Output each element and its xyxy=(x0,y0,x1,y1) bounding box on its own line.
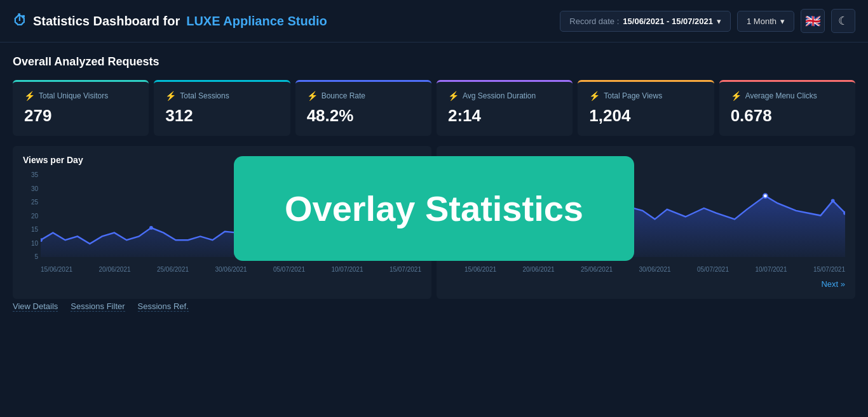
stat-cards-row: ⚡ Total Unique Visitors 279 ⚡ Total Sess… xyxy=(13,80,855,136)
stat-card-value: 48.2% xyxy=(307,106,420,126)
header: ⏱ Statistics Dashboard for LUXE Applianc… xyxy=(0,0,868,43)
section-title: Overall Analyzed Requests xyxy=(13,55,855,69)
title-prefix: Statistics Dashboard for xyxy=(33,14,180,29)
svg-point-5 xyxy=(395,200,398,204)
svg-marker-0 xyxy=(41,202,421,257)
svg-point-2 xyxy=(149,226,153,230)
bottom-nav-link[interactable]: Sessions Filter xyxy=(71,301,125,312)
x-axis-left: 15/06/2021 20/06/2021 25/06/2021 30/06/2… xyxy=(41,266,421,273)
stat-card-label-text: Average Menu Clicks xyxy=(745,91,817,100)
pulse-icon: ⚡ xyxy=(448,91,459,101)
stat-card-card3: ⚡ Bounce Rate 48.2% xyxy=(295,80,431,136)
pulse-icon: ⚡ xyxy=(24,91,35,101)
svg-point-4 xyxy=(333,206,337,211)
pulse-icon: ⚡ xyxy=(307,91,318,101)
stat-card-value: 312 xyxy=(165,106,278,126)
stat-card-label: ⚡ Total Page Views xyxy=(589,91,702,101)
flag-icon: 🇬🇧 xyxy=(805,13,821,29)
chart-title-right: Views per Day xyxy=(447,155,845,165)
next-button[interactable]: Next » xyxy=(821,279,845,289)
chart-views-per-day-right: Views per Day 16 14 12 10 8 6 4 2 xyxy=(437,146,855,299)
chart-svg-right xyxy=(465,171,845,257)
stat-card-label: ⚡ Average Menu Clicks xyxy=(731,91,844,101)
stat-card-value: 2:14 xyxy=(448,106,561,126)
svg-point-12 xyxy=(831,199,835,202)
pulse-icon: ⚡ xyxy=(165,91,176,101)
pulse-icon: ⚡ xyxy=(731,91,742,101)
bottom-links-left: View DetailsSessions FilterSessions Ref. xyxy=(13,301,431,312)
chevron-down-icon: ▾ xyxy=(717,17,721,26)
stat-card-card5: ⚡ Total Page Views 1,204 xyxy=(578,80,714,136)
moon-icon: ☾ xyxy=(838,14,848,28)
bottom-nav-link[interactable]: Sessions Ref. xyxy=(138,301,189,312)
record-date-label: Record date : xyxy=(569,17,619,26)
dark-mode-button[interactable]: ☾ xyxy=(831,9,855,33)
pulse-icon: ⚡ xyxy=(589,91,600,101)
y-axis-left: 35 30 25 20 15 10 5 xyxy=(23,171,41,260)
stat-card-card2: ⚡ Total Sessions 312 xyxy=(154,80,290,136)
stat-card-value: 1,204 xyxy=(589,106,702,126)
stat-card-value: 0.678 xyxy=(731,106,844,126)
chart-area-left: 35 30 25 20 15 10 5 xyxy=(23,171,421,273)
record-date-value: 15/06/2021 - 15/07/2021 xyxy=(623,17,713,26)
month-selector-button[interactable]: 1 Month ▾ xyxy=(737,11,794,32)
stat-card-total-unique-visitors: ⚡ Total Unique Visitors 279 xyxy=(13,80,149,136)
stat-card-label-text: Total Page Views xyxy=(604,91,662,100)
next-label: Next » xyxy=(821,279,845,289)
stat-card-label: ⚡ Bounce Rate xyxy=(307,91,420,101)
svg-point-9 xyxy=(548,205,552,209)
charts-row: Views per Day 35 30 25 20 15 10 5 xyxy=(13,146,855,299)
y-axis-right: 16 14 12 10 8 6 4 2 xyxy=(447,171,465,260)
stat-card-value: 279 xyxy=(24,106,137,126)
brand-name: LUXE Appliance Studio xyxy=(186,14,327,29)
record-date-button[interactable]: Record date : 15/06/2021 - 15/07/2021 ▾ xyxy=(560,11,731,32)
chart-views-per-day-left: Views per Day 35 30 25 20 15 10 5 xyxy=(13,146,431,299)
stat-card-average-menu-clicks: ⚡ Average Menu Clicks 0.678 xyxy=(719,80,855,136)
bottom-nav-link[interactable]: View Details xyxy=(13,301,58,312)
stat-card-label-text: Total Unique Visitors xyxy=(39,91,108,100)
stat-card-label-text: Total Sessions xyxy=(180,91,229,100)
main-content: Overall Analyzed Requests ⚡ Total Unique… xyxy=(0,43,868,312)
stat-card-label: ⚡ Total Sessions xyxy=(165,91,278,101)
stat-card-card4: ⚡ Avg Session Duration 2:14 xyxy=(437,80,573,136)
chart-svg-left xyxy=(41,171,421,257)
svg-point-11 xyxy=(763,194,768,198)
bottom-nav-links: View DetailsSessions FilterSessions Ref. xyxy=(13,301,431,312)
month-label: 1 Month xyxy=(747,17,776,26)
chart-area-right: 16 14 12 10 8 6 4 2 xyxy=(447,171,845,273)
bottom-nav-right: Next » xyxy=(447,273,845,293)
bottom-links-row: View DetailsSessions FilterSessions Ref. xyxy=(13,301,855,312)
language-button[interactable]: 🇬🇧 xyxy=(801,9,825,33)
chart-title-left: Views per Day xyxy=(23,155,421,165)
svg-point-10 xyxy=(622,204,626,208)
chevron-down-icon: ▾ xyxy=(780,17,785,26)
stat-card-label-text: Avg Session Duration xyxy=(463,91,536,100)
stat-card-label: ⚡ Total Unique Visitors xyxy=(24,91,137,101)
header-title: ⏱ Statistics Dashboard for LUXE Applianc… xyxy=(13,13,560,29)
svg-marker-7 xyxy=(465,196,845,258)
bottom-links-right xyxy=(437,301,855,312)
dashboard-icon: ⏱ xyxy=(13,13,27,29)
stat-card-label: ⚡ Avg Session Duration xyxy=(448,91,561,101)
header-controls: Record date : 15/06/2021 - 15/07/2021 ▾ … xyxy=(560,9,855,33)
stat-card-label-text: Bounce Rate xyxy=(322,91,365,100)
x-axis-right: 15/06/2021 20/06/2021 25/06/2021 30/06/2… xyxy=(465,266,845,273)
svg-point-3 xyxy=(322,230,325,234)
